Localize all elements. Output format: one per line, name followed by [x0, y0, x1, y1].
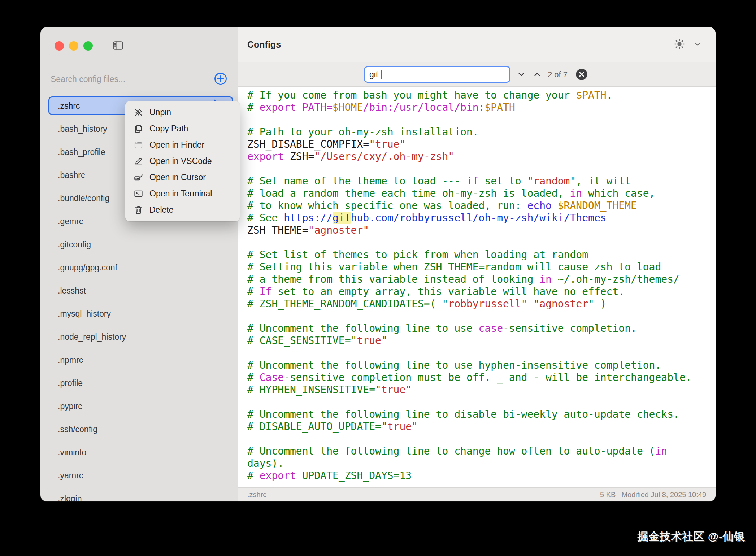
menu-item-copy-path[interactable]: Copy Path: [125, 121, 240, 137]
code-line: [247, 310, 716, 322]
find-next-button[interactable]: [514, 68, 529, 82]
sidebar-item-gnupg-gpg-conf[interactable]: .gnupg/gpg.conf: [48, 258, 233, 277]
code-line: [247, 163, 716, 175]
file-name: .bundle/config: [58, 194, 109, 203]
code-line: [247, 236, 716, 249]
code-line: # Path to your oh-my-zsh installation.: [247, 126, 716, 138]
file-name: .gitconfig: [58, 240, 91, 249]
search-input[interactable]: [51, 74, 213, 84]
sidebar-item-yarnrc[interactable]: .yarnrc: [48, 466, 233, 485]
chevron-up-icon: [532, 69, 543, 81]
menu-item-open-in-terminal[interactable]: Open in Terminal: [125, 186, 240, 202]
code-line: # Setting this variable when ZSH_THEME=r…: [247, 261, 716, 273]
code-line: # HYPHEN_INSENSITIVE="true": [247, 384, 716, 396]
file-name: .bashrc: [58, 170, 85, 180]
find-input-wrap: [364, 66, 510, 83]
copy-icon: [133, 124, 143, 134]
menu-item-label: Copy Path: [149, 124, 188, 134]
code-line: days).: [247, 457, 716, 470]
text-caret: [381, 70, 382, 79]
add-config-button[interactable]: [213, 71, 228, 87]
code-line: # Uncomment the following line to use ca…: [247, 322, 716, 335]
close-window-button[interactable]: [55, 41, 64, 51]
code-line: # Set name of the theme to load --- if s…: [247, 175, 716, 187]
find-result-count: 2 of 7: [548, 62, 568, 87]
status-filename: .zshrc: [247, 491, 266, 499]
sidebar-item-npmrc[interactable]: .npmrc: [48, 351, 233, 369]
code-line: ZSH_THEME="agnoster": [247, 224, 716, 236]
close-icon: [575, 76, 588, 82]
code-line: # Uncomment the following line to use hy…: [247, 359, 716, 372]
sidebar-item-ssh-config[interactable]: .ssh/config: [48, 420, 233, 439]
file-name: .pypirc: [58, 401, 82, 411]
file-name: .zlogin: [58, 494, 82, 502]
menu-item-unpin[interactable]: Unpin: [125, 104, 240, 121]
find-input[interactable]: [365, 67, 509, 82]
watermark: 掘金技术社区 @-仙银: [637, 529, 745, 544]
page-title: Configs: [247, 39, 281, 50]
code-line: # export UPDATE_ZSH_DAYS=13: [247, 470, 716, 482]
code-line: # to know which specific one was loaded,…: [247, 200, 716, 212]
menu-item-open-in-vscode[interactable]: Open in VSCode: [125, 153, 240, 169]
find-previous-button[interactable]: [530, 68, 544, 82]
status-file-size: 5 KB: [600, 491, 616, 499]
code-line: [247, 433, 716, 445]
folder-icon: [133, 140, 143, 150]
chevron-down-icon: [516, 69, 527, 81]
code-line: # a theme from this variable instead of …: [247, 273, 716, 286]
sidebar-item-viminfo[interactable]: .viminfo: [48, 443, 233, 462]
menu-item-label: Open in VSCode: [149, 156, 212, 166]
code-line: # Uncomment the following line to disabl…: [247, 408, 716, 421]
menu-item-open-in-finder[interactable]: Open in Finder: [125, 137, 240, 153]
file-name: .ssh/config: [58, 425, 97, 434]
code-line: # export PATH=$HOME/bin:/usr/local/bin:$…: [247, 101, 716, 114]
sidebar-search-row: [51, 70, 228, 88]
file-name: .viminfo: [58, 448, 86, 457]
pencil-icon: [133, 156, 143, 166]
sidebar-item-pypirc[interactable]: .pypirc: [48, 397, 233, 416]
file-name: .node_repl_history: [58, 332, 126, 342]
find-close-button[interactable]: [575, 68, 588, 81]
file-name: .gnupg/gpg.conf: [58, 263, 117, 273]
status-file-info: 5 KB Modified Jul 8, 2025 10:49: [600, 491, 706, 499]
code-line: # If you come from bash you might have t…: [247, 89, 716, 101]
menu-item-open-in-cursor[interactable]: Open in Cursor: [125, 169, 240, 186]
code-line: # ZSH_THEME_RANDOM_CANDIDATES=( "robbyru…: [247, 298, 716, 310]
find-bar: 2 of 7: [238, 62, 716, 87]
plus-icon: [213, 82, 228, 87]
minimize-window-button[interactable]: [69, 41, 78, 51]
header-actions: [672, 38, 705, 52]
toggle-sidebar-button[interactable]: [110, 39, 126, 53]
file-name: .gemrc: [58, 217, 83, 226]
code-line: # Uncomment the following line to change…: [247, 445, 716, 457]
sidebar-item-zlogin[interactable]: .zlogin: [48, 489, 233, 501]
theme-toggle-button[interactable]: [672, 38, 687, 52]
theme-menu-button[interactable]: [690, 38, 705, 52]
code-line: [247, 347, 716, 359]
sidebar-item-mysql-history[interactable]: .mysql_history: [48, 304, 233, 323]
status-modified-date: Modified Jul 8, 2025 10:49: [621, 491, 706, 499]
code-line: # Case-sensitive completion must be off.…: [247, 372, 716, 384]
sidebar-item-gitconfig[interactable]: .gitconfig: [48, 235, 233, 254]
code-line: [247, 396, 716, 408]
sidebar-item-node-repl-history[interactable]: .node_repl_history: [48, 327, 233, 346]
sidebar-item-profile[interactable]: .profile: [48, 374, 233, 392]
search-match-highlight: git: [333, 212, 351, 224]
menu-item-label: Open in Terminal: [149, 189, 212, 199]
code-line: # See https://github.com/robbyrussell/oh…: [247, 212, 716, 224]
content-header: Configs: [238, 27, 716, 62]
file-name: .zshrc: [58, 101, 80, 111]
sidebar-item-lesshst[interactable]: .lesshst: [48, 281, 233, 300]
sun-icon: [673, 38, 686, 51]
menu-item-delete[interactable]: Delete: [125, 202, 240, 218]
code-editor[interactable]: # If you come from bash you might have t…: [238, 87, 716, 487]
menu-item-label: Delete: [149, 205, 173, 215]
code-line: # CASE_SENSITIVE="true": [247, 335, 716, 347]
trash-icon: [133, 205, 143, 215]
file-name: .mysql_history: [58, 309, 111, 319]
file-name: .bash_profile: [58, 147, 105, 157]
menu-item-label: Open in Cursor: [149, 173, 206, 182]
file-name: .bash_history: [58, 124, 107, 134]
terminal-icon: [133, 189, 143, 199]
zoom-window-button[interactable]: [83, 41, 93, 51]
